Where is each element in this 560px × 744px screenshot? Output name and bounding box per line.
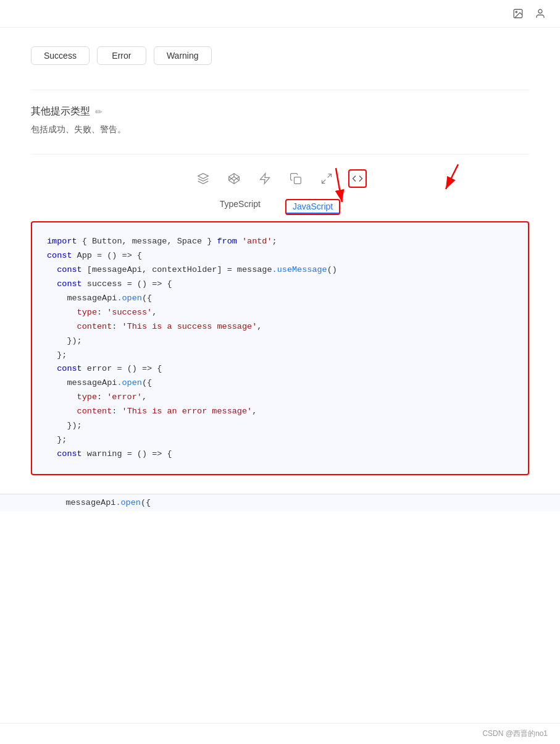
button-row: Success Error Warning: [31, 46, 529, 65]
success-button[interactable]: Success: [31, 46, 90, 65]
code-block: import { Button, message, Space } from '…: [31, 221, 529, 475]
svg-point-2: [538, 9, 542, 13]
tab-typescript[interactable]: TypeScript: [220, 199, 261, 215]
bottom-code-strip: messageApi.open({: [0, 494, 560, 511]
footer-bar: CSDN @西晋的no1: [0, 723, 560, 744]
svg-line-9: [322, 180, 325, 184]
top-icons: [511, 6, 548, 21]
warning-button[interactable]: Warning: [154, 46, 212, 65]
codepen-icon[interactable]: [225, 169, 243, 188]
toolbar-row: [31, 164, 529, 193]
bolt-icon[interactable]: [256, 169, 274, 188]
section-title: 其他提示类型: [31, 105, 90, 118]
tabs-row: TypeScript JavaScript: [31, 199, 529, 215]
tab-javascript[interactable]: JavaScript: [285, 199, 340, 215]
edit-icon[interactable]: ✏: [95, 107, 102, 117]
expand-icon[interactable]: [317, 169, 336, 188]
code-icon[interactable]: [348, 169, 367, 188]
top-bar: [0, 0, 560, 28]
copy-icon[interactable]: [286, 169, 305, 188]
cube-icon[interactable]: [194, 169, 212, 188]
svg-line-8: [327, 174, 331, 178]
image-icon[interactable]: [511, 6, 525, 21]
svg-rect-7: [294, 177, 301, 184]
footer-text: CSDN @西晋的no1: [482, 729, 548, 739]
tabs-area: TypeScript JavaScript: [31, 199, 529, 215]
error-button[interactable]: Error: [97, 46, 146, 65]
svg-marker-6: [260, 174, 269, 184]
section-title-row: 其他提示类型 ✏: [31, 105, 529, 118]
main-content: Success Error Warning 其他提示类型 ✏ 包括成功、失败、警…: [0, 28, 560, 494]
svg-point-1: [516, 11, 517, 12]
section-desc: 包括成功、失败、警告。: [31, 124, 529, 135]
user-icon[interactable]: [533, 6, 548, 21]
toolbar-area: [31, 164, 529, 193]
divider: [31, 90, 529, 90]
divider-2: [31, 154, 529, 154]
